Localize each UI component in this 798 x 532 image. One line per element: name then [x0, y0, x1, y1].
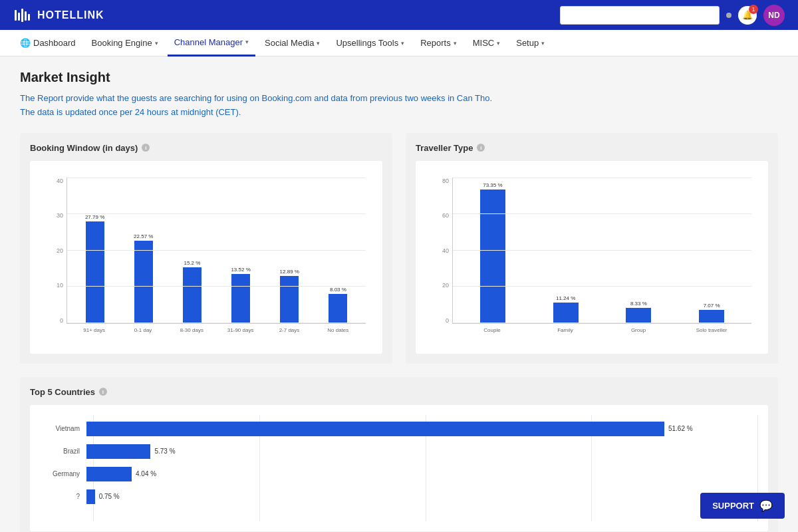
- svg-rect-0: [15, 10, 17, 21]
- info-icon: i: [99, 388, 107, 396]
- bar-pct-label: 7.07 %: [704, 303, 720, 309]
- traveller-type-card: Traveller Type i 0 20 40 60 80: [406, 133, 778, 364]
- bar-group: 11.24 %: [533, 178, 599, 323]
- country-label: Germany: [40, 470, 86, 477]
- bar-group: 7.07 %: [678, 178, 745, 323]
- header: HOTELLINK 🔔 1 ND: [0, 0, 798, 30]
- country-label: Vietnam: [40, 425, 86, 432]
- y-axis-label: 40: [40, 178, 63, 184]
- traveller-type-chart: 0 20 40 60 80: [416, 161, 768, 354]
- y-axis-label: 30: [40, 212, 63, 219]
- logo: HOTELLINK: [13, 6, 104, 25]
- bar-group: 12.89 %: [265, 178, 314, 323]
- nav-dashboard[interactable]: 🌐 Dashboard: [13, 30, 82, 57]
- user-avatar[interactable]: ND: [763, 5, 785, 26]
- h-bar-row: ? 0.75 %: [40, 489, 758, 504]
- top5-title: Top 5 Countries i: [30, 387, 768, 397]
- svg-rect-2: [21, 9, 23, 22]
- chevron-down-icon: ▾: [454, 40, 457, 47]
- nav-social-media[interactable]: Social Media ▾: [258, 30, 327, 57]
- booking-window-chart: 0 10 20 30 40: [30, 161, 382, 354]
- booking-window-title: Booking Window (in days) i: [30, 143, 382, 153]
- notification-bell[interactable]: 🔔 1: [738, 6, 757, 25]
- y-axis-label: 0: [40, 317, 63, 324]
- nav-misc[interactable]: MISC ▾: [466, 30, 507, 57]
- chevron-down-icon: ▾: [245, 39, 249, 45]
- bar-fill: [280, 276, 299, 323]
- bar-fill: [231, 274, 250, 323]
- bar-pct-label: 13.52 %: [231, 267, 250, 273]
- notification-badge: 1: [749, 5, 758, 14]
- bar-fill: [699, 310, 724, 323]
- h-bar-fill: [86, 489, 95, 504]
- bar-pct-label: 12.89 %: [280, 269, 299, 275]
- bar-x-label: 91+ days: [70, 325, 118, 333]
- main-content: Market Insight The Report provide what t…: [0, 57, 798, 532]
- charts-row: Booking Window (in days) i 0 10 20 30 40: [20, 133, 778, 364]
- bar-x-label: No dates: [314, 325, 362, 333]
- bar-fill: [553, 303, 579, 323]
- bar-group: 73.35 %: [460, 178, 526, 323]
- info-icon: i: [477, 144, 485, 152]
- bar-x-label: Couple: [459, 325, 525, 333]
- h-bar-row: Brazil 5.73 %: [40, 444, 758, 459]
- bar-fill: [626, 308, 651, 323]
- bar-pct-label: 8.33 %: [630, 301, 647, 307]
- status-dot: [726, 13, 732, 18]
- svg-rect-4: [28, 14, 30, 21]
- logo-icon: [13, 6, 32, 25]
- y-axis-label: 20: [40, 247, 63, 254]
- bar-group: 22.57 %: [119, 178, 168, 323]
- logo-text: HOTELLINK: [37, 9, 104, 21]
- chevron-down-icon: ▾: [497, 40, 500, 47]
- search-input[interactable]: [560, 6, 720, 25]
- bar-group: 13.52 %: [217, 178, 265, 323]
- bar-fill: [86, 221, 104, 323]
- traveller-type-title: Traveller Type i: [416, 143, 768, 153]
- bar-x-label: Solo traveller: [678, 325, 745, 333]
- h-bar-pct: 4.04 %: [136, 470, 156, 477]
- svg-rect-1: [18, 13, 20, 21]
- bar-fill: [134, 241, 153, 323]
- bar-group: 27.79 %: [70, 178, 119, 323]
- bar-group: 15.2 %: [168, 178, 216, 323]
- h-bar-fill: [86, 444, 150, 459]
- bar-group: 8.33 %: [606, 178, 672, 323]
- support-icon: 💬: [759, 499, 773, 512]
- booking-window-card: Booking Window (in days) i 0 10 20 30 40: [20, 133, 392, 364]
- h-bar-row: Germany 4.04 %: [40, 467, 758, 481]
- bar-x-label: Family: [532, 325, 598, 333]
- country-label: Brazil: [40, 448, 86, 455]
- h-bar-row: Vietnam 51.62 %: [40, 422, 758, 436]
- chevron-down-icon: ▾: [401, 40, 404, 47]
- nav-channel-manager[interactable]: Channel Manager ▾: [168, 30, 255, 57]
- bar-x-label: 31-90 days: [216, 325, 265, 333]
- info-icon: i: [142, 144, 150, 152]
- nav-reports[interactable]: Reports ▾: [414, 30, 464, 57]
- nav-upsellings-tools[interactable]: Upsellings Tools ▾: [329, 30, 411, 57]
- support-button[interactable]: SUPPORT 💬: [700, 493, 785, 519]
- bar-pct-label: 22.57 %: [134, 233, 153, 239]
- h-bar-pct: 51.62 %: [668, 425, 693, 432]
- bar-group: 8.03 %: [314, 178, 362, 323]
- top5-chart: Vietnam 51.62 % Brazil 5.73 % Germany 4.…: [30, 405, 768, 531]
- chevron-down-icon: ▾: [541, 40, 545, 47]
- bar-fill: [183, 267, 201, 323]
- header-right: 🔔 1 ND: [560, 5, 785, 26]
- bar-x-label: 2-7 days: [265, 325, 313, 333]
- h-bar-pct: 5.73 %: [154, 448, 175, 455]
- bar-x-label: 0-1 day: [118, 325, 167, 333]
- y-axis-label: 10: [40, 282, 63, 289]
- bar-pct-label: 11.24 %: [556, 295, 575, 301]
- nav-booking-engine[interactable]: Booking Engine ▾: [85, 30, 165, 57]
- globe-icon: 🌐: [20, 38, 31, 48]
- svg-rect-3: [25, 11, 27, 21]
- page-description: The Report provide what the guests are s…: [20, 92, 778, 120]
- bar-fill: [480, 190, 505, 323]
- chevron-down-icon: ▾: [317, 40, 320, 47]
- h-bar-fill: [86, 422, 664, 436]
- page-title: Market Insight: [20, 70, 778, 85]
- bar-pct-label: 8.03 %: [330, 287, 346, 293]
- bar-x-label: Group: [605, 325, 672, 333]
- nav-setup[interactable]: Setup ▾: [509, 30, 551, 57]
